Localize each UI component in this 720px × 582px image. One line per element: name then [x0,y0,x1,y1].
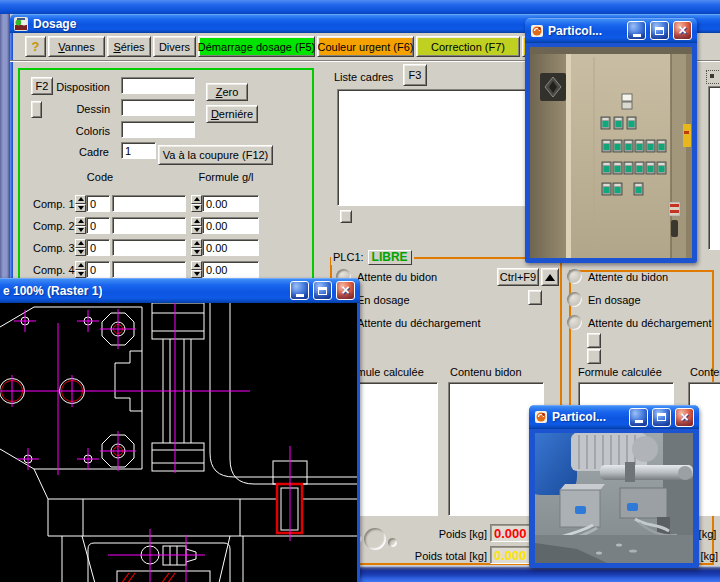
plc2-contenu-bidon-label: Contenu bidon [690,366,720,379]
comp3-code-input[interactable]: 0 [86,239,110,256]
caret-up-icon [545,274,555,281]
dosage-title: Dosage [33,17,76,31]
comp2-formule-input[interactable]: 0.00 [202,217,259,234]
comp3-name-input[interactable] [112,239,186,256]
maximize-icon [318,287,327,295]
series-button[interactable]: Séries [107,36,151,57]
ctrl-f9-button[interactable]: Ctrl+F9 [497,268,539,286]
help-button[interactable]: ? [25,36,46,57]
collapse-up-button[interactable] [541,268,559,286]
demarrage-dosage-button[interactable]: Démarrage dosage (F5) [198,36,315,57]
cad-drawing [0,303,357,582]
raster-maximize-button[interactable] [313,281,332,300]
comp2-code-input[interactable]: 0 [86,217,110,234]
photo-top-close-button[interactable]: × [673,21,692,40]
comp4-label: Comp. 4 [33,264,75,277]
photo-window-bottom: Particol... × [529,405,699,568]
comp3-label: Comp. 3 [33,242,75,255]
maximize-icon [655,27,664,35]
plc2-attente-bidon-label: Attente du bidon [588,271,668,284]
comp2-code-spinner[interactable] [75,217,86,234]
close-icon: × [678,23,686,37]
comp1-code-input[interactable]: 0 [86,195,110,212]
comp3-formule-spinner[interactable] [191,239,202,256]
photo-top-minimize-button[interactable] [627,21,646,40]
comp4-formule-input[interactable]: 0.00 [202,261,259,278]
comp2-formule-spinner[interactable] [191,217,202,234]
photo-top-titlebar[interactable]: Particol... × [525,18,697,43]
comp2-name-input[interactable] [112,217,186,234]
comp4-formule-spinner[interactable] [191,261,202,278]
indicator-ring-small-right [388,538,397,547]
close-icon: × [680,410,688,424]
plc1-status-badge: LIBRE [368,250,412,265]
plc2-blank-button-1[interactable] [587,333,601,348]
photo-bottom-titlebar[interactable]: Particol... × [529,405,699,429]
liste-cadres-label: Liste cadres [334,71,393,84]
va-coupure-button[interactable]: Va à la coupure (F12) [158,145,273,165]
photo-top-title: Particol... [548,24,602,38]
cadre-input[interactable]: 1 [121,142,156,159]
comp1-formule-spinner[interactable] [191,195,202,212]
right-partial-glyph-1 [710,74,714,78]
right-liste-partial[interactable] [708,86,720,250]
photo-top-maximize-button[interactable] [650,21,669,40]
background-window-titlebar [0,0,720,14]
dosage-app-icon [14,17,28,31]
comp4-code-input[interactable]: 0 [86,261,110,278]
photo-bottom-maximize-button[interactable] [652,408,671,427]
background-window-edge [0,14,10,290]
dessin-label: Dessin [38,103,110,116]
disposition-label: Disposition [38,81,110,94]
plc1-blank-button[interactable] [528,290,542,305]
raster-minimize-button[interactable] [290,281,309,300]
comp3-code-spinner[interactable] [75,239,86,256]
f3-button[interactable]: F3 [403,64,427,86]
cad-canvas[interactable] [0,303,357,582]
indicator-ring-large [364,528,386,550]
comp1-label: Comp. 1 [33,198,75,211]
comp4-name-input[interactable] [112,261,186,278]
photo-bottom-close-button[interactable]: × [675,408,694,427]
comp1-code-spinner[interactable] [75,195,86,212]
dosing-machine-photo [535,433,693,563]
plc1-en-dosage-label: En dosage [357,294,410,307]
photo-app-icon [530,24,544,38]
plc2-dechargement-label: Attente du déchargement [588,317,712,330]
close-icon: × [341,283,349,297]
comp4-code-spinner[interactable] [75,261,86,278]
vannes-button[interactable]: Vannes [48,36,105,57]
photo-bottom-minimize-button[interactable] [629,408,648,427]
photo-bottom-title: Particol... [552,410,606,424]
raster-close-button[interactable]: × [336,281,355,300]
plc1-attente-bidon-label: Attente du bidon [357,271,437,284]
comp3-formule-input[interactable]: 0.00 [202,239,259,256]
cadre-label: Cadre [64,146,109,159]
plc1-poids-label: Poids [kg] [407,528,487,541]
comp2-label: Comp. 2 [33,220,75,233]
plc1-dechargement-label: Attente du déchargement [357,317,481,330]
coloris-label: Coloris [38,125,110,138]
plc2-led-en-dosage [567,292,582,307]
couleur-urgent-button[interactable]: Couleur urgent (F6) [317,36,414,57]
divers-button[interactable]: Divers [153,36,196,57]
zero-button[interactable]: Zero [206,83,248,101]
comp1-name-input[interactable] [112,195,186,212]
coloris-input[interactable] [121,121,195,138]
raster-titlebar[interactable]: e 100% (Raster 1) × [0,278,360,303]
recipe-panel: F2 Disposition Dessin Coloris Zero Derni… [18,68,314,290]
plc2-formule-calculee-label: Formule calculée [578,366,662,379]
dessin-input[interactable] [121,99,195,116]
minimize-icon [635,420,643,423]
maximize-icon [657,413,666,421]
plc1-poids-total-label: Poids total [kg] [387,550,487,563]
photo-app-icon [534,410,548,424]
comp1-formule-input[interactable]: 0.00 [202,195,259,212]
small-blank-button[interactable] [340,210,352,223]
plc2-blank-button-2[interactable] [587,349,601,364]
correction-button[interactable]: Correction (F7) [416,36,520,57]
disposition-input[interactable] [121,77,195,94]
photo-window-top: Particol... × [525,18,697,263]
plc2-en-dosage-label: En dosage [588,294,641,307]
derniere-button[interactable]: Derniére [206,105,258,123]
